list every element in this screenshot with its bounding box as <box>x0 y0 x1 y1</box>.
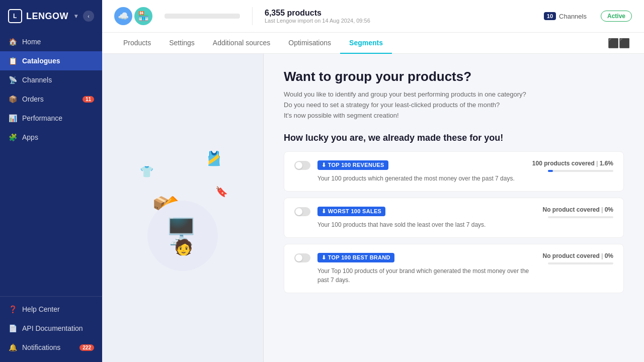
channels-icon: 📡 <box>8 75 17 84</box>
status-badge: Active <box>601 11 632 22</box>
sidebar-item-catalogues[interactable]: 📋 Catalogues <box>0 51 102 70</box>
sidebar-item-orders[interactable]: 📦 Orders 11 <box>0 89 102 109</box>
sidebar-item-label-channels: Channels <box>22 76 52 84</box>
logo-text: LENGOW <box>26 11 68 22</box>
apps-icon: 🧩 <box>8 133 17 142</box>
coverage-pct-2: 0% <box>605 206 613 213</box>
illus-icon-2: 👕 <box>140 165 153 178</box>
segment-desc-top100bestbrand: Your Top 100 products of your brand whic… <box>317 266 531 285</box>
sidebar-item-label-apps: Apps <box>22 133 38 141</box>
channels-label: Channels <box>559 13 587 20</box>
segment-stats-top100revenues: 100 products covered | 1.6% <box>532 160 613 172</box>
segment-toggle-worst100sales[interactable] <box>294 207 310 216</box>
header-logos: ☁️ 🏪 <box>114 7 152 25</box>
channels-count-badge: 10 <box>544 12 556 20</box>
coverage-label-no-product: No product covered <box>543 206 600 213</box>
api-icon: 📄 <box>8 324 17 333</box>
tab-additional-sources[interactable]: Additional sources <box>204 33 279 54</box>
logo-store-icon: 🏪 <box>134 7 152 25</box>
column-settings-button[interactable]: ⬛⬛ <box>606 36 632 51</box>
segment-body-top100revenues: ⬇ TOP 100 REVENUES Your 100 products whi… <box>317 160 525 183</box>
segment-desc-worst100sales: Your 100 products that have sold the lea… <box>317 220 531 229</box>
coverage-pct-3: 0% <box>605 252 613 259</box>
sidebar-item-label-home: Home <box>22 38 41 46</box>
header-channels: 10 Channels <box>544 12 587 20</box>
segment-coverage-worst100sales: No product covered | 0% <box>538 206 613 213</box>
sidebar-bottom: ❓ Help Center 📄 API Documentation 🔔 Noti… <box>0 293 102 362</box>
tab-segments[interactable]: Segments <box>340 33 392 54</box>
sidebar-item-help[interactable]: ❓ Help Center <box>0 300 102 319</box>
segment-body-top100bestbrand: ⬇ TOP 100 BEST BRAND Your Top 100 produc… <box>317 252 531 285</box>
tabs-bar: Products Settings Additional sources Opt… <box>102 33 644 54</box>
sidebar-item-label-orders: Orders <box>22 95 44 103</box>
segment-coverage-top100revenues: 100 products covered | 1.6% <box>532 160 613 167</box>
segment-stats-worst100sales: No product covered | 0% <box>538 206 613 218</box>
segment-toggle-top100bestbrand[interactable] <box>294 253 310 262</box>
subtitle-line1: Would you like to identify and group you… <box>284 89 624 100</box>
sidebar-item-label-api: API Documentation <box>22 324 83 332</box>
sidebar-item-channels[interactable]: 📡 Channels <box>0 70 102 89</box>
illus-person: 🧑 <box>174 238 193 256</box>
tab-settings[interactable]: Settings <box>160 33 204 54</box>
sidebar-divider <box>0 296 102 297</box>
home-icon: 🏠 <box>8 37 17 46</box>
page-title: Want to group your products? <box>284 69 624 84</box>
segment-bar-fill-1 <box>548 170 553 172</box>
segment-bar-bg-3 <box>548 262 613 264</box>
logo-cloud-icon: ☁️ <box>114 7 132 25</box>
sidebar-nav: 🏠 Home 📋 Catalogues 📡 Channels 📦 Orders … <box>0 32 102 147</box>
segment-tag-worst100sales: ⬇ WORST 100 SALES <box>317 207 385 216</box>
segment-coverage-top100bestbrand: No product covered | 0% <box>538 252 613 259</box>
sidebar-item-notifications[interactable]: 🔔 Notifications 222 <box>0 338 102 357</box>
tab-optimisations[interactable]: Optimisations <box>279 33 340 54</box>
logo-box: L <box>8 9 22 23</box>
coverage-label-no-product-3: No product covered <box>543 252 600 259</box>
sidebar-item-label-notifications: Notifications <box>22 343 60 351</box>
segment-bar-bg-1 <box>548 170 613 172</box>
segment-tag-top100bestbrand: ⬇ TOP 100 BEST BRAND <box>317 253 394 262</box>
orders-badge: 11 <box>83 96 94 103</box>
sidebar-item-label-catalogues: Catalogues <box>22 57 60 65</box>
segment-card-worst100sales: ⬇ WORST 100 SALES Your 100 products that… <box>284 198 624 238</box>
illustration-panel: 🎽 👕 🔖 📦 🔶 🖥️ 🧑 <box>102 54 263 362</box>
content-area: 🎽 👕 🔖 📦 🔶 🖥️ 🧑 Want to group your produc… <box>102 54 644 362</box>
sidebar: L LENGOW ▾ ‹ 🏠 Home 📋 Catalogues 📡 Chann… <box>0 0 102 362</box>
product-count: 6,355 products <box>265 9 370 18</box>
section-title: How lucky you are, we already made these… <box>284 133 624 143</box>
illus-icon-1: 🎽 <box>205 150 223 167</box>
segment-card-top100bestbrand: ⬇ TOP 100 BEST BRAND Your Top 100 produc… <box>284 244 624 293</box>
segment-stats-top100bestbrand: No product covered | 0% <box>538 252 613 264</box>
notifications-icon: 🔔 <box>8 343 17 352</box>
catalog-name-placeholder <box>165 14 240 19</box>
performance-icon: 📊 <box>8 114 17 123</box>
logo-caret: ▾ <box>74 13 78 20</box>
page-subtitle: Would you like to identify and group you… <box>284 89 624 121</box>
header-product-info: 6,355 products Last Lengow import on 14 … <box>265 9 370 24</box>
notifications-badge: 222 <box>79 344 94 351</box>
sidebar-item-performance[interactable]: 📊 Performance <box>0 109 102 128</box>
orders-icon: 📦 <box>8 95 17 104</box>
segment-bar-bg-2 <box>548 216 613 218</box>
import-date: Last Lengow import on 14 Aug 2024, 09:56 <box>265 18 370 24</box>
segment-body-worst100sales: ⬇ WORST 100 SALES Your 100 products that… <box>317 206 531 229</box>
segment-tag-top100revenues: ⬇ TOP 100 REVENUES <box>317 160 388 170</box>
subtitle-line3: It's now possible with segment creation! <box>284 111 624 121</box>
catalogues-icon: 📋 <box>8 56 17 65</box>
segment-desc-top100revenues: Your 100 products which generated the mo… <box>317 174 525 183</box>
header-divider <box>252 7 253 25</box>
main-area: ☁️ 🏪 6,355 products Last Lengow import o… <box>102 0 644 362</box>
sidebar-item-label-performance: Performance <box>22 114 62 122</box>
sidebar-collapse-button[interactable]: ‹ <box>83 11 94 22</box>
illustration: 🎽 👕 🔖 📦 🔶 🖥️ 🧑 <box>132 145 233 271</box>
help-icon: ❓ <box>8 305 17 314</box>
subtitle-line2: Do you need to set a strategy for your l… <box>284 100 624 111</box>
tab-products[interactable]: Products <box>114 33 160 54</box>
sidebar-item-apps[interactable]: 🧩 Apps <box>0 128 102 147</box>
page-header: ☁️ 🏪 6,355 products Last Lengow import o… <box>102 0 644 33</box>
sidebar-item-api[interactable]: 📄 API Documentation <box>0 319 102 338</box>
tabs-actions: ⬛⬛ <box>606 36 632 51</box>
segment-toggle-top100revenues[interactable] <box>294 161 310 170</box>
sidebar-logo: L LENGOW ▾ ‹ <box>0 0 102 32</box>
segments-content: Want to group your products? Would you l… <box>263 54 644 362</box>
sidebar-item-home[interactable]: 🏠 Home <box>0 32 102 51</box>
